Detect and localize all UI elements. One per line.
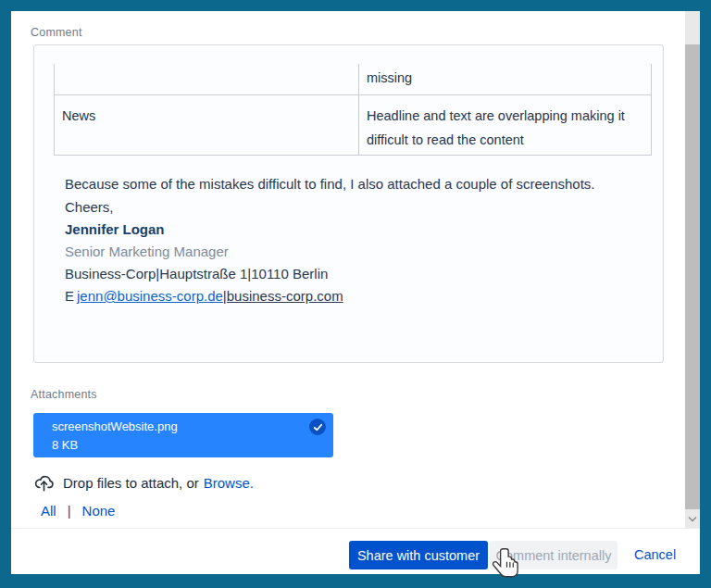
upload-cloud-icon	[33, 472, 55, 494]
scrollbar-down-button[interactable]	[685, 511, 700, 526]
signature-address: Business-Corp|Hauptstraße 1|10110 Berlin	[65, 266, 328, 281]
cancel-link[interactable]: Cancel	[634, 547, 676, 562]
attachment-filesize: 8 KB	[52, 438, 78, 452]
dialog-backdrop: { "dialog": { "comment_label": "Comment"…	[0, 0, 711, 588]
comment-table: missing News Headline and text are overl…	[54, 64, 652, 156]
select-links-separator: |	[68, 503, 71, 519]
attachment-filename: screenshotWebsite.png	[52, 419, 178, 433]
chevron-down-icon	[688, 516, 697, 522]
email-link[interactable]: jenn@business-corp.de	[77, 288, 223, 304]
browse-link[interactable]: Browse.	[204, 475, 254, 491]
table-row: missing	[54, 64, 652, 95]
check-icon	[313, 422, 323, 432]
comment-text-line: Cheers,	[65, 199, 114, 215]
table-row: News Headline and text are overlapping m…	[54, 95, 652, 156]
drop-files-row: Drop files to attach, or Browse.	[33, 472, 254, 494]
signature-name: Jennifer Logan	[65, 221, 165, 237]
share-with-customer-button[interactable]: Share with customer	[349, 541, 488, 569]
comment-text-line: Because some of the mistakes difficult t…	[65, 176, 595, 192]
email-prefix: E	[65, 288, 74, 304]
comment-internally-button[interactable]: Comment internally	[490, 541, 617, 569]
select-links-row: All|None	[41, 503, 115, 519]
comment-editor[interactable]: missing News Headline and text are overl…	[33, 44, 664, 363]
select-all-link[interactable]: All	[41, 503, 56, 519]
comment-label: Comment	[31, 26, 82, 39]
signature-contact-line: Ejenn@business-corp.de|business-corp.com	[65, 288, 343, 304]
table-cell: News	[54, 95, 359, 155]
dialog-footer: Share with customer Comment internally C…	[11, 528, 700, 574]
signature-title: Senior Marketing Manager	[65, 244, 229, 259]
attachments-label: Attachments	[31, 388, 97, 401]
table-cell: missing	[359, 64, 652, 94]
comment-dialog: Comment missing News Headline and text a…	[11, 11, 700, 574]
attachment-selected-toggle[interactable]	[309, 419, 326, 435]
drop-files-text: Drop files to attach, or	[63, 475, 199, 491]
table-cell: Headline and text are overlapping making…	[359, 95, 652, 155]
scrollbar[interactable]	[685, 11, 700, 528]
scrollbar-thumb[interactable]	[685, 44, 700, 509]
select-none-link[interactable]: None	[82, 503, 116, 519]
attachment-card[interactable]: screenshotWebsite.png 8 KB	[33, 413, 333, 457]
table-cell	[54, 64, 359, 94]
website-link[interactable]: business-corp.com	[227, 288, 343, 304]
